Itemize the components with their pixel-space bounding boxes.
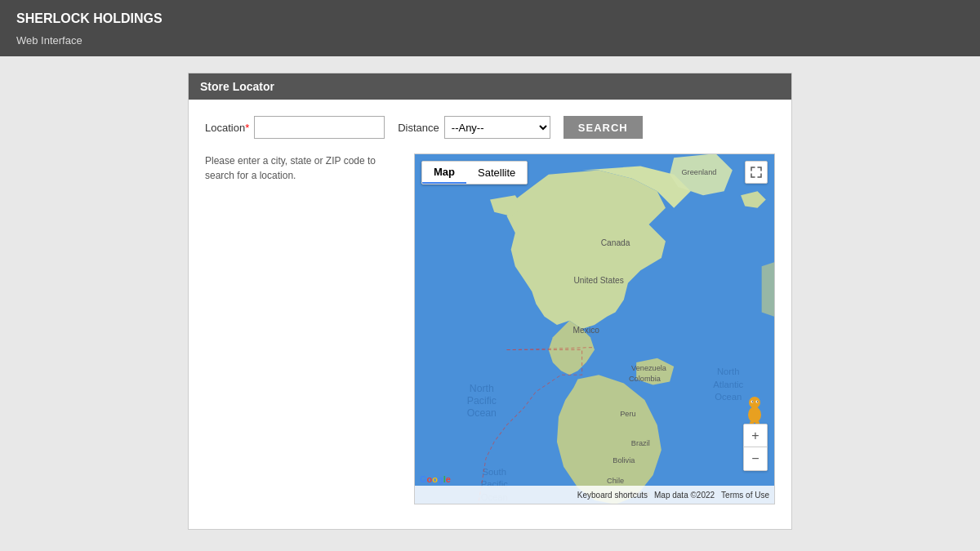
svg-text:Peru: Peru [620, 410, 635, 418]
svg-text:Chile: Chile [607, 477, 624, 485]
svg-point-20 [749, 397, 760, 408]
svg-text:Atlantic: Atlantic [713, 380, 743, 389]
zoom-out-button[interactable]: − [744, 447, 767, 470]
svg-text:South: South [483, 467, 506, 477]
distance-label: Distance [398, 122, 439, 134]
map-container: North Pacific Ocean North Atlantic Ocean… [414, 153, 775, 504]
fullscreen-button[interactable] [745, 161, 768, 184]
fullscreen-icon [751, 167, 762, 178]
panel-body: Location* Distance --Any-- 5 miles 10 mi… [189, 100, 791, 521]
map-toggle: Map Satellite [421, 161, 528, 184]
svg-text:North: North [717, 367, 740, 376]
store-locator-panel: Store Locator Location* Distance --Any--… [188, 73, 792, 530]
google-logo: Google [420, 474, 451, 484]
left-panel: Please enter a city, state or ZIP code t… [205, 153, 401, 504]
terms-link[interactable]: Terms of Use [721, 491, 769, 500]
svg-point-27 [757, 401, 759, 402]
zoom-controls: + − [743, 424, 768, 471]
svg-text:Venezuela: Venezuela [631, 364, 667, 372]
search-button[interactable]: SEARCH [564, 116, 643, 139]
helper-text: Please enter a city, state or ZIP code t… [205, 153, 401, 183]
keyboard-shortcuts-link[interactable]: Keyboard shortcuts [577, 491, 648, 500]
panel-title: Store Locator [200, 80, 274, 93]
svg-text:Mexico: Mexico [573, 326, 600, 335]
map-data-label: Map data ©2022 [654, 491, 715, 500]
svg-text:Ocean: Ocean [715, 392, 742, 402]
location-input[interactable] [254, 116, 385, 139]
distance-field-group: Distance --Any-- 5 miles 10 miles 25 mil… [398, 116, 550, 139]
map-svg: North Pacific Ocean North Atlantic Ocean… [415, 154, 774, 504]
svg-text:Ocean: Ocean [467, 407, 497, 419]
svg-text:Colombia: Colombia [629, 375, 662, 383]
svg-text:United States: United States [573, 276, 623, 285]
app-subtitle: Web Interface [0, 34, 980, 56]
search-row: Location* Distance --Any-- 5 miles 10 mi… [205, 116, 775, 139]
distance-select[interactable]: --Any-- 5 miles 10 miles 25 miles 50 mil… [444, 116, 550, 139]
required-star: * [245, 122, 249, 134]
satellite-tab-button[interactable]: Satellite [466, 162, 527, 184]
map-footer-right: Keyboard shortcuts Map data ©2022 Terms … [577, 491, 769, 500]
location-field-group: Location* [205, 116, 385, 139]
svg-text:Bolivia: Bolivia [612, 456, 635, 464]
svg-text:Pacific: Pacific [467, 395, 497, 407]
content-area: Please enter a city, state or ZIP code t… [205, 153, 775, 504]
svg-point-26 [752, 401, 754, 402]
header: SHERLOCK HOLDINGS Web Interface [0, 0, 980, 56]
panel-header: Store Locator [189, 73, 791, 100]
map-footer: Keyboard shortcuts Map data ©2022 Terms … [415, 486, 774, 504]
main-content: Store Locator Location* Distance --Any--… [0, 56, 980, 546]
svg-point-21 [748, 407, 761, 423]
north-pacific-label: North [470, 383, 494, 394]
app-title: SHERLOCK HOLDINGS [0, 0, 980, 34]
map-tab-button[interactable]: Map [422, 162, 466, 184]
svg-text:Canada: Canada [601, 238, 630, 247]
location-label: Location* [205, 122, 249, 134]
svg-text:Greenland: Greenland [681, 168, 716, 176]
zoom-in-button[interactable]: + [744, 424, 767, 447]
svg-text:Brazil: Brazil [631, 439, 650, 447]
